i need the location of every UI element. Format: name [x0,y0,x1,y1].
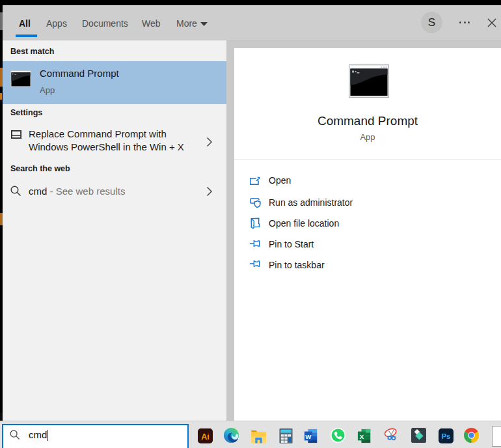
svg-text:Ps: Ps [441,432,450,440]
svg-text:W: W [305,433,312,440]
svg-text:Ai: Ai [201,432,210,441]
svg-text:X: X [360,433,364,440]
